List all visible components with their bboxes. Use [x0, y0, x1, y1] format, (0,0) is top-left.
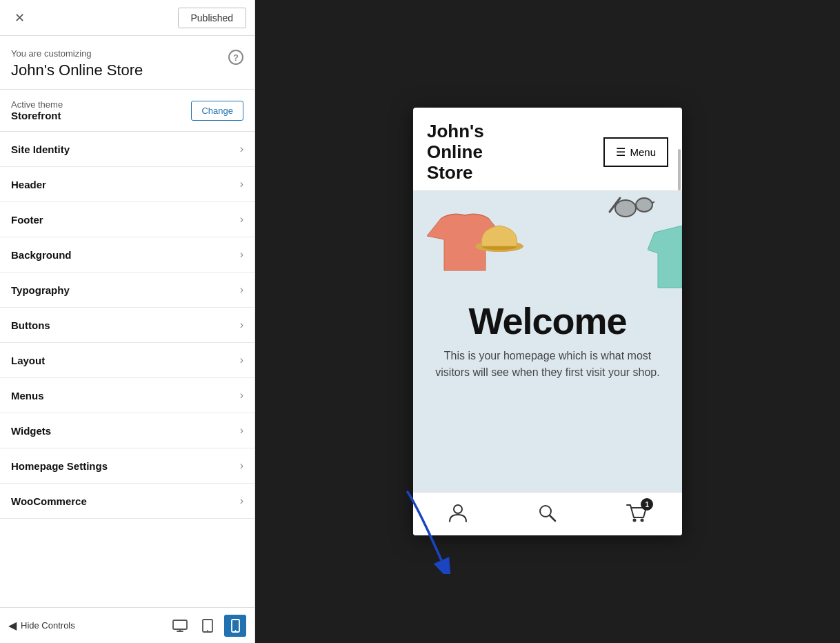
change-theme-button[interactable]: Change [191, 101, 243, 121]
nav-item-widgets[interactable]: Widgets › [0, 413, 254, 448]
nav-item-typography[interactable]: Typography › [0, 273, 254, 308]
cart-badge: 1 [641, 498, 653, 511]
phone-preview-frame: John'sOnlineStore ☰ Menu [413, 108, 682, 535]
svg-point-8 [475, 241, 523, 252]
nav-list: Site Identity › Header › Footer › Backgr… [0, 132, 254, 607]
hero-description: This is your homepage which is what most… [427, 348, 668, 381]
chevron-right-icon: › [240, 284, 243, 296]
device-icons [169, 615, 246, 637]
chevron-right-icon: › [240, 389, 243, 402]
svg-point-11 [633, 519, 637, 522]
customizing-label: You are customizing [11, 48, 143, 59]
bottom-toolbar: ◀ Hide Controls [0, 607, 254, 643]
nav-item-header[interactable]: Header › [0, 167, 254, 202]
menu-label: Menu [630, 146, 656, 158]
main-preview: John'sOnlineStore ☰ Menu [255, 0, 840, 643]
hamburger-icon: ☰ [616, 146, 626, 159]
phone-store-header: John'sOnlineStore ☰ Menu [413, 108, 682, 191]
close-button[interactable]: ✕ [8, 7, 30, 29]
nav-item-buttons[interactable]: Buttons › [0, 308, 254, 343]
svg-point-6 [615, 200, 636, 217]
chevron-right-icon: › [240, 213, 243, 226]
chevron-right-icon: › [240, 459, 243, 472]
phone-hero: Welcome This is your homepage which is w… [413, 191, 682, 492]
phone-menu-button[interactable]: ☰ Menu [603, 137, 668, 167]
mobile-device-icon[interactable] [224, 615, 246, 637]
customizing-section: You are customizing John's Online Store … [0, 36, 254, 90]
help-icon[interactable]: ? [228, 50, 243, 65]
nav-item-background[interactable]: Background › [0, 237, 254, 273]
active-theme-label: Active theme [11, 99, 63, 110]
cart-nav-icon[interactable]: 1 [626, 502, 648, 526]
svg-point-4 [234, 630, 236, 631]
svg-point-12 [641, 519, 644, 522]
arrow-left-icon: ◀ [8, 619, 17, 632]
published-button[interactable]: Published [178, 8, 247, 28]
phone-scrollbar [678, 149, 681, 190]
theme-name: Storefront [11, 110, 63, 121]
nav-item-site-identity[interactable]: Site Identity › [0, 132, 254, 167]
nav-item-menus[interactable]: Menus › [0, 378, 254, 413]
clothes-illustrations [413, 191, 682, 492]
welcome-text: Welcome [468, 302, 626, 339]
nav-item-footer[interactable]: Footer › [0, 202, 254, 237]
chevron-right-icon: › [240, 354, 243, 366]
account-nav-icon[interactable] [448, 502, 468, 526]
svg-point-2 [207, 630, 208, 631]
phone-footer-nav: 1 [413, 492, 682, 535]
active-theme-section: Active theme Storefront Change [0, 90, 254, 132]
desktop-device-icon[interactable] [169, 615, 191, 637]
chevron-right-icon: › [240, 178, 243, 190]
nav-item-homepage-settings[interactable]: Homepage Settings › [0, 448, 254, 484]
chevron-right-icon: › [240, 248, 243, 261]
chevron-right-icon: › [240, 319, 243, 331]
store-name: John's Online Store [11, 61, 143, 79]
top-bar: ✕ Published [0, 0, 254, 36]
nav-item-layout[interactable]: Layout › [0, 343, 254, 378]
search-nav-icon[interactable] [537, 502, 557, 526]
tablet-device-icon[interactable] [197, 615, 219, 637]
chevron-right-icon: › [240, 495, 243, 507]
nav-item-woocommerce[interactable]: WooCommerce › [0, 484, 254, 519]
hide-controls-label: Hide Controls [21, 620, 75, 631]
svg-point-7 [636, 198, 652, 212]
svg-point-9 [454, 505, 462, 513]
hide-controls-button[interactable]: ◀ Hide Controls [8, 619, 75, 632]
svg-rect-0 [173, 620, 187, 629]
chevron-right-icon: › [240, 143, 243, 155]
phone-store-title: John'sOnlineStore [427, 121, 484, 184]
chevron-right-icon: › [240, 424, 243, 437]
